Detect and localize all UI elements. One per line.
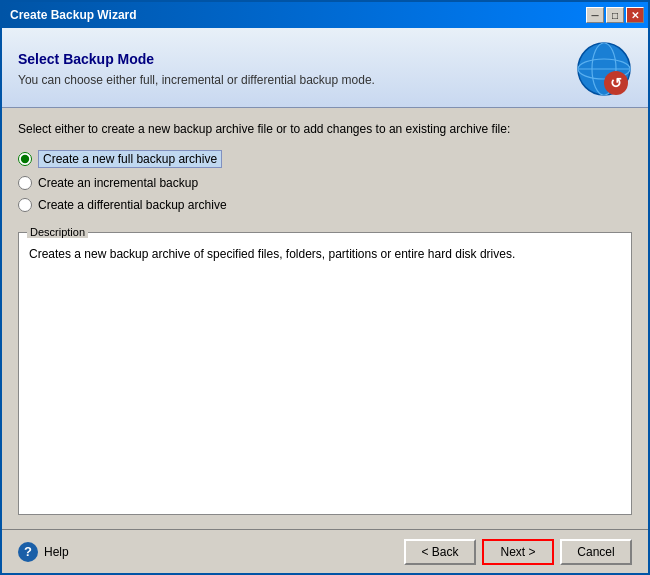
- backup-mode-options: Create a new full backup archive Create …: [18, 150, 632, 212]
- minimize-button[interactable]: ─: [586, 7, 604, 23]
- header-subtitle: You can choose either full, incremental …: [18, 73, 576, 87]
- title-controls: ─ □ ✕: [586, 7, 644, 23]
- help-label: Help: [44, 545, 69, 559]
- label-full-backup: Create a new full backup archive: [38, 150, 222, 168]
- label-incremental-backup: Create an incremental backup: [38, 176, 198, 190]
- option-incremental-backup[interactable]: Create an incremental backup: [18, 176, 632, 190]
- header-title: Select Backup Mode: [18, 51, 576, 67]
- label-differential-backup: Create a differential backup archive: [38, 198, 227, 212]
- description-content: Creates a new backup archive of specifie…: [19, 233, 631, 271]
- description-legend: Description: [27, 226, 88, 238]
- footer-left: ? Help: [18, 542, 69, 562]
- wizard-footer: ? Help < Back Next > Cancel: [2, 529, 648, 573]
- footer-right: < Back Next > Cancel: [404, 539, 632, 565]
- maximize-button[interactable]: □: [606, 7, 624, 23]
- svg-text:↺: ↺: [610, 75, 622, 91]
- radio-differential-backup[interactable]: [18, 198, 32, 212]
- wizard-icon: ↺: [576, 41, 632, 97]
- wizard-header: Select Backup Mode You can choose either…: [2, 28, 648, 108]
- cancel-button[interactable]: Cancel: [560, 539, 632, 565]
- header-text-area: Select Backup Mode You can choose either…: [18, 51, 576, 87]
- next-button[interactable]: Next >: [482, 539, 554, 565]
- back-button[interactable]: < Back: [404, 539, 476, 565]
- title-bar: Create Backup Wizard ─ □ ✕: [2, 2, 648, 28]
- instruction-text: Select either to create a new backup arc…: [18, 122, 632, 136]
- option-full-backup[interactable]: Create a new full backup archive: [18, 150, 632, 168]
- wizard-window: Create Backup Wizard ─ □ ✕ Select Backup…: [0, 0, 650, 575]
- wizard-content: Select either to create a new backup arc…: [2, 108, 648, 529]
- radio-incremental-backup[interactable]: [18, 176, 32, 190]
- radio-full-backup[interactable]: [18, 152, 32, 166]
- help-icon: ?: [18, 542, 38, 562]
- window-title: Create Backup Wizard: [10, 8, 137, 22]
- option-differential-backup[interactable]: Create a differential backup archive: [18, 198, 632, 212]
- description-box: Description Creates a new backup archive…: [18, 232, 632, 515]
- close-button[interactable]: ✕: [626, 7, 644, 23]
